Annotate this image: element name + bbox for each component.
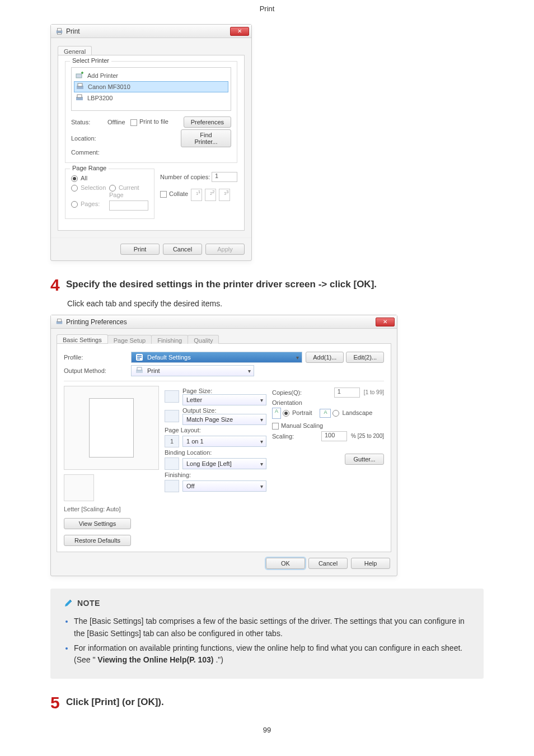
num-copies-input[interactable]: 1 (212, 172, 237, 182)
preferences-button[interactable]: Preferences (184, 116, 231, 128)
radio-icon (71, 175, 78, 182)
radio-current-page[interactable]: Current Page (109, 184, 148, 198)
edit-profile-button[interactable]: Edit(2)... (346, 352, 384, 363)
scaling-label: Scaling: (272, 433, 294, 440)
copies-input[interactable]: 1 (334, 388, 360, 398)
checkbox-icon (130, 119, 137, 126)
page-range-legend: Page Range (70, 165, 109, 171)
output-size-label: Output Size: (182, 407, 266, 414)
printer-selected-label: Canon MF3010 (88, 83, 130, 90)
checkbox-icon (272, 423, 279, 430)
cancel-button[interactable]: Cancel (163, 244, 202, 255)
tab-quality[interactable]: Quality (188, 335, 219, 344)
num-copies-value: 1 (212, 172, 218, 179)
breadcrumb: Print (0, 0, 534, 24)
note-box: NOTE The [Basic Settings] tab comprises … (50, 589, 484, 679)
page-size-icon (165, 390, 179, 403)
landscape-label: Landscape (342, 409, 372, 416)
checkbox-icon (160, 191, 167, 198)
help-button[interactable]: Help (351, 558, 390, 569)
page-size-dropdown[interactable]: Letter (182, 394, 266, 405)
note-bullet-2-link[interactable]: Viewing the Online Help(P. 103) (97, 655, 213, 664)
printer-item[interactable]: LBP3200 (74, 92, 228, 104)
printer-add-label: Add Printer (87, 72, 118, 79)
select-printer-legend: Select Printer (70, 57, 111, 64)
portrait-label: Portrait (292, 409, 312, 416)
binding-icon (165, 458, 179, 470)
printer-icon (55, 318, 63, 326)
status-value: Offline (107, 119, 130, 125)
radio-icon (332, 410, 339, 417)
binding-label: Binding Location: (165, 449, 266, 456)
profile-icon (135, 353, 144, 362)
page-size-label: Page Size: (182, 388, 266, 394)
radio-selection[interactable]: Selection (71, 184, 109, 198)
printer-icon (76, 82, 85, 91)
add-printer-icon (75, 71, 84, 80)
page-size-value: Letter (186, 396, 202, 403)
finishing-icon (165, 480, 179, 492)
finishing-preview (64, 474, 94, 501)
binding-dropdown[interactable]: Long Edge [Left] (182, 458, 266, 469)
printer-add-item[interactable]: Add Printer (74, 70, 228, 81)
profile-dropdown[interactable]: Default Settings (131, 352, 302, 363)
step-4-text: Specify the desired settings in the prin… (66, 277, 377, 290)
find-printer-button[interactable]: Find Printer... (181, 129, 231, 147)
pages-input[interactable] (109, 200, 148, 211)
finishing-dropdown[interactable]: Off (182, 480, 266, 492)
step-4-sub: Click each tab and specify the desired i… (67, 299, 484, 308)
radio-landscape[interactable]: ALandscape (320, 409, 372, 418)
output-size-icon (165, 410, 179, 422)
svg-rect-3 (76, 74, 82, 78)
print-dialog: Print General Select Printer Add Printer (50, 24, 252, 261)
tab-page-setup[interactable]: Page Setup (107, 335, 152, 344)
output-method-dropdown[interactable]: Print (131, 365, 254, 376)
manual-scaling-check[interactable]: Manual Scaling (272, 422, 384, 430)
print-dialog-titlebar[interactable]: Print (51, 25, 251, 38)
view-settings-button[interactable]: View Settings (64, 518, 131, 529)
step-5-text: Click [Print] (or [OK]). (66, 694, 164, 708)
print-to-file-check[interactable]: Print to file (130, 118, 181, 125)
page-layout-icon: 1 (165, 435, 179, 447)
print-to-file-label: Print to file (139, 118, 168, 125)
finishing-value: Off (186, 483, 194, 489)
scaling-range: % [25 to 200] (351, 433, 384, 439)
radio-all[interactable]: All (71, 175, 109, 182)
apply-button[interactable]: Apply (205, 244, 245, 255)
close-icon[interactable] (376, 318, 395, 326)
close-icon[interactable] (230, 27, 249, 36)
binding-value: Long Edge [Left] (186, 460, 232, 467)
radio-pages[interactable]: Pages: (71, 200, 109, 212)
tab-general[interactable]: General (58, 46, 92, 55)
restore-defaults-button[interactable]: Restore Defaults (64, 535, 131, 546)
svg-rect-1 (58, 28, 62, 30)
tab-basic-settings[interactable]: Basic Settings (57, 334, 108, 343)
printer-icon (55, 27, 63, 35)
copies-label: Copies(Q): (272, 389, 302, 396)
note-bullet-2: For information on available printing fu… (74, 642, 472, 666)
collate-check[interactable]: Collate (160, 190, 188, 197)
note-bullet-2-tail: .") (214, 655, 223, 664)
portrait-icon: A (272, 408, 281, 419)
printer-list[interactable]: Add Printer Canon MF3010 LBP3200 (71, 67, 231, 111)
gutter-button[interactable]: Gutter... (345, 454, 384, 465)
radio-portrait[interactable]: APortrait (272, 408, 312, 419)
note-bullet-1: The [Basic Settings] tab comprises a few… (74, 615, 472, 640)
add-profile-button[interactable]: Add(1)... (306, 352, 344, 363)
printer-selected-item[interactable]: Canon MF3010 (74, 81, 228, 92)
output-size-dropdown[interactable]: Match Page Size (182, 414, 266, 425)
svg-rect-12 (58, 319, 62, 321)
radio-icon (71, 201, 78, 208)
tab-finishing[interactable]: Finishing (151, 335, 188, 344)
preferences-title: Printing Preferences (66, 318, 127, 326)
print-button[interactable]: Print (120, 244, 160, 255)
radio-icon (71, 185, 78, 192)
printer-third-label: LBP3200 (87, 95, 113, 101)
preferences-dialog: Printing Preferences Basic Settings Page… (50, 315, 397, 576)
page-layout-dropdown[interactable]: 1 on 1 (182, 436, 266, 447)
ok-button[interactable]: OK (266, 558, 305, 569)
svg-rect-2 (58, 32, 62, 34)
preferences-titlebar[interactable]: Printing Preferences (51, 315, 397, 329)
cancel-button[interactable]: Cancel (308, 558, 348, 569)
scaling-value: 100 (322, 432, 335, 438)
